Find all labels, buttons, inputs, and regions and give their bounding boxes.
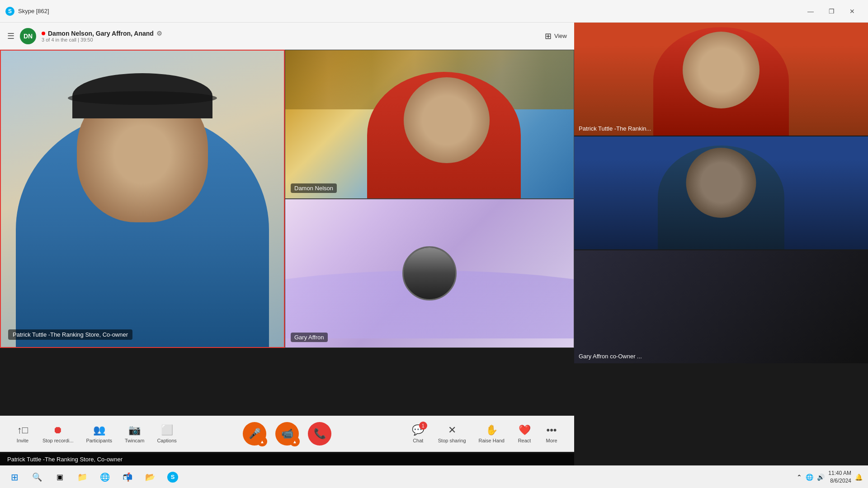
video-gary-background bbox=[285, 199, 574, 347]
more-icon: ••• bbox=[546, 424, 557, 436]
sub-header: ☰ DN Damon Nelson, Gary Affron, Anand ⚙ … bbox=[0, 23, 574, 50]
headphones bbox=[68, 91, 217, 105]
chat-badge: 1 bbox=[419, 422, 427, 430]
stop-sharing-icon: ✕ bbox=[448, 424, 456, 436]
stop-recording-button[interactable]: ⏺ Stop recordi... bbox=[36, 422, 80, 446]
restore-button[interactable]: ❐ bbox=[821, 4, 842, 19]
skype-taskbar-button[interactable]: S bbox=[164, 468, 182, 486]
twincam-button[interactable]: 📷 Twincam bbox=[118, 422, 151, 446]
side-video-gary-small: Gary Affron co-Owner ... bbox=[574, 250, 868, 363]
participants-icon: 👥 bbox=[93, 424, 105, 436]
status-bar-left: ⊞ 🔍 ▣ 📁 🌐 📬 📂 S bbox=[5, 468, 182, 486]
captions-label: Captions bbox=[157, 438, 176, 443]
main-video-area: Patrick Tuttle -The Ranking Store, Co-ow… bbox=[0, 50, 574, 348]
video-patrick-background bbox=[1, 51, 284, 347]
captions-icon: ⬜ bbox=[161, 424, 173, 436]
sub-header-left: ☰ DN Damon Nelson, Gary Affron, Anand ⚙ … bbox=[7, 28, 162, 44]
recording-indicator bbox=[42, 32, 45, 35]
captions-button[interactable]: ⬜ Captions bbox=[151, 422, 183, 446]
file-explorer-button[interactable]: 📁 bbox=[73, 468, 91, 486]
react-button[interactable]: ❤️ React bbox=[511, 422, 538, 446]
call-name: Damon Nelson, Gary Affron, Anand ⚙ bbox=[42, 30, 162, 37]
react-label: React bbox=[518, 438, 531, 443]
gary-avatar bbox=[402, 246, 457, 300]
audio-icon[interactable]: 🔊 bbox=[817, 474, 825, 481]
raise-hand-label: Raise Hand bbox=[479, 438, 505, 443]
video-damon-background bbox=[285, 50, 574, 198]
end-call-button[interactable]: 📞 bbox=[308, 422, 331, 446]
app-button-1[interactable]: 📬 bbox=[118, 468, 137, 486]
avatar: DN bbox=[20, 28, 36, 44]
system-tray: ⌃ 🌐 🔊 11:40 AM 8/6/2024 🔔 bbox=[797, 469, 863, 485]
chat-button[interactable]: 💬 1 Chat bbox=[405, 422, 432, 446]
stop-sharing-button[interactable]: ✕ Stop sharing bbox=[432, 422, 472, 446]
side-video-1-bg bbox=[574, 23, 868, 136]
video-label-patrick: Patrick Tuttle -The Ranking Store, Co-ow… bbox=[8, 329, 132, 340]
browser-icon-1: 🌐 bbox=[100, 472, 110, 482]
mic-group: 🎤 ▲ bbox=[243, 422, 266, 446]
skype-taskbar-icon: S bbox=[167, 472, 178, 483]
invite-icon: ↑□ bbox=[17, 424, 28, 436]
camera-group: 📹 ▲ bbox=[275, 422, 299, 446]
twincam-icon: 📷 bbox=[128, 424, 141, 436]
file-explorer-icon: 📁 bbox=[77, 472, 87, 482]
video-label-gary: Gary Affron bbox=[291, 333, 328, 342]
participants-button[interactable]: 👥 Participants bbox=[80, 422, 118, 446]
browser-button-1[interactable]: 🌐 bbox=[96, 468, 114, 486]
more-label: More bbox=[546, 438, 557, 443]
react-icon: ❤️ bbox=[519, 424, 531, 436]
toolbar-left-group: ↑□ Invite ⏺ Stop recordi... 👥 Participan… bbox=[9, 422, 183, 446]
stop-recording-icon: ⏺ bbox=[53, 424, 63, 436]
close-button[interactable]: ✕ bbox=[842, 4, 863, 19]
window-controls: — ❐ ✕ bbox=[800, 4, 863, 19]
video-label-damon: Damon Nelson bbox=[291, 183, 337, 193]
video-right-column: Damon Nelson Gary Affron bbox=[285, 50, 574, 348]
side-video-patrick: Patrick Tuttle -The Rankin... bbox=[574, 23, 868, 136]
settings-gear-icon[interactable]: ⚙ bbox=[156, 30, 162, 37]
start-menu-button[interactable]: ⊞ bbox=[5, 468, 24, 486]
stop-sharing-label: Stop sharing bbox=[438, 438, 466, 443]
view-button[interactable]: ⊞ View bbox=[545, 31, 567, 41]
end-call-icon: 📞 bbox=[314, 428, 326, 440]
mic-chevron[interactable]: ▲ bbox=[257, 436, 267, 446]
tray-overflow-icon[interactable]: ⌃ bbox=[797, 474, 802, 481]
bottom-caption: Patrick Tuttle -The Ranking Store, Co-ow… bbox=[0, 453, 574, 465]
task-view-button[interactable]: ▣ bbox=[51, 468, 69, 486]
side-video-3-bg bbox=[574, 250, 868, 363]
notification-icon[interactable]: 🔔 bbox=[855, 474, 863, 481]
search-button[interactable]: 🔍 bbox=[28, 468, 46, 486]
app-button-2[interactable]: 📂 bbox=[141, 468, 159, 486]
side-video-2 bbox=[574, 136, 868, 249]
hamburger-button[interactable]: ☰ bbox=[7, 31, 14, 41]
toolbar-right-group: 💬 1 Chat ✕ Stop sharing ✋ Raise Hand ❤️ … bbox=[405, 422, 565, 446]
side-video-2-bg bbox=[574, 136, 868, 249]
search-icon: 🔍 bbox=[32, 472, 42, 482]
camera-chevron[interactable]: ▲ bbox=[290, 436, 300, 446]
title-bar-left: S Skype [862] bbox=[5, 7, 49, 16]
raise-hand-button[interactable]: ✋ Raise Hand bbox=[472, 422, 511, 446]
raise-hand-icon: ✋ bbox=[486, 424, 498, 436]
right-panel: Patrick Tuttle -The Rankin... Gary Affro… bbox=[574, 23, 868, 366]
app-icon-1: 📬 bbox=[123, 472, 132, 482]
twincam-label: Twincam bbox=[125, 438, 144, 443]
side-label-patrick: Patrick Tuttle -The Rankin... bbox=[579, 125, 651, 132]
skype-icon: S bbox=[5, 7, 14, 16]
toolbar-center-group: 🎤 ▲ 📹 ▲ 📞 bbox=[243, 422, 331, 446]
side-person-1-head bbox=[683, 32, 760, 108]
task-view-icon: ▣ bbox=[57, 473, 63, 481]
network-icon[interactable]: 🌐 bbox=[806, 474, 813, 481]
invite-button[interactable]: ↑□ Invite bbox=[9, 422, 36, 446]
grid-view-icon: ⊞ bbox=[545, 31, 552, 41]
side-person-2-head bbox=[686, 148, 756, 218]
invite-label: Invite bbox=[17, 438, 28, 443]
side-label-gary: Gary Affron co-Owner ... bbox=[579, 353, 642, 360]
video-gary: Gary Affron bbox=[285, 199, 574, 348]
damon-head bbox=[404, 77, 490, 163]
windows-icon: ⊞ bbox=[11, 472, 19, 483]
more-button[interactable]: ••• More bbox=[538, 422, 565, 446]
status-bar: ⊞ 🔍 ▣ 📁 🌐 📬 📂 S ⌃ 🌐 🔊 11:40 AM 8/6/2024 bbox=[0, 465, 868, 488]
toolbar: ↑□ Invite ⏺ Stop recordi... 👥 Participan… bbox=[0, 416, 574, 452]
app-icon-2: 📂 bbox=[145, 472, 155, 482]
minimize-button[interactable]: — bbox=[800, 4, 821, 19]
call-info: Damon Nelson, Gary Affron, Anand ⚙ 3 of … bbox=[42, 30, 162, 42]
